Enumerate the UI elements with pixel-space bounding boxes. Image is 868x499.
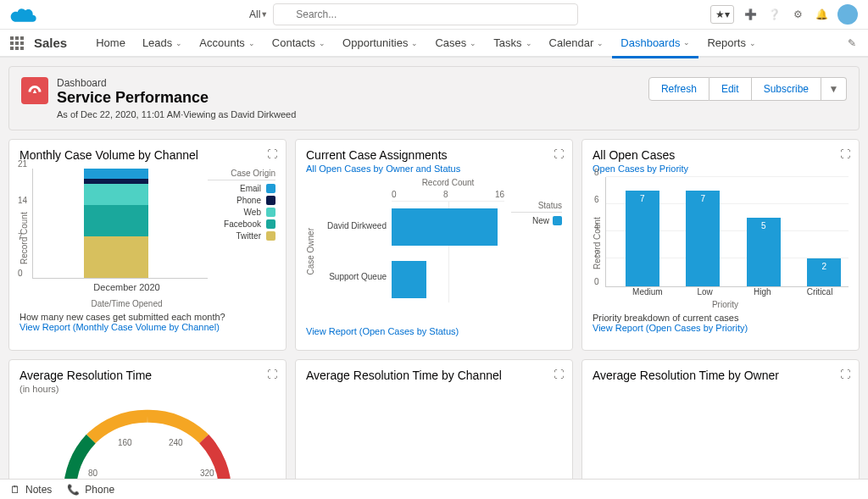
global-header: All ▼ 🔍 ★▾ ➕ ❔ ⚙ 🔔 bbox=[0, 0, 868, 29]
card-footer: Priority breakdown of current cases bbox=[593, 313, 849, 323]
more-actions-dropdown[interactable]: ▼ bbox=[821, 77, 847, 101]
card-subtitle: Open Cases by Priority bbox=[593, 164, 849, 174]
expand-icon[interactable]: ⛶ bbox=[840, 369, 850, 380]
nav-tasks[interactable]: Tasks⌄ bbox=[485, 29, 540, 58]
nav-dashboards[interactable]: Dashboards⌄ bbox=[612, 30, 698, 58]
edit-button[interactable]: Edit bbox=[709, 77, 752, 101]
card-title: All Open Cases bbox=[593, 148, 849, 162]
dashboard-gauge-icon bbox=[21, 77, 48, 104]
search-scope-label: All bbox=[249, 8, 260, 20]
chart-assignments: Case Owner David Dirkweed Support Queue … bbox=[306, 201, 562, 302]
legend: Status New bbox=[511, 201, 562, 302]
help-icon[interactable]: ❔ bbox=[766, 7, 782, 22]
chevron-down-icon: ⌄ bbox=[683, 38, 690, 47]
x-axis-label: Date/Time Opened bbox=[46, 299, 208, 308]
card-title: Average Resolution Time by Channel bbox=[306, 369, 562, 382]
nav-opportunities[interactable]: Opportunities⌄ bbox=[334, 29, 426, 58]
expand-icon[interactable]: ⛶ bbox=[840, 148, 850, 160]
context-bar: Sales Home Leads⌄ Accounts⌄ Contacts⌄ Op… bbox=[0, 29, 868, 58]
page-title: Service Performance bbox=[57, 89, 648, 108]
card-subtitle: All Open Cases by Owner and Status bbox=[306, 164, 562, 174]
chevron-down-icon: ⌄ bbox=[470, 39, 476, 47]
view-report-link[interactable]: View Report (Open Cases by Status) bbox=[306, 326, 562, 336]
card-monthly-case-volume: ⛶ Monthly Case Volume by Channel Record … bbox=[8, 139, 287, 351]
expand-icon[interactable]: ⛶ bbox=[554, 148, 564, 160]
setup-gear-icon[interactable]: ⚙ bbox=[790, 7, 805, 22]
add-icon[interactable]: ➕ bbox=[743, 7, 758, 22]
page-type: Dashboard bbox=[57, 77, 648, 89]
salesforce-logo-icon bbox=[10, 5, 37, 24]
notes-icon: 🗒 bbox=[10, 484, 20, 496]
edit-nav-pencil-icon[interactable]: ✎ bbox=[848, 37, 856, 49]
global-search: All ▼ 🔍 bbox=[249, 3, 578, 25]
chevron-down-icon: ⌄ bbox=[175, 39, 182, 47]
top-axis-label: Record Count bbox=[392, 178, 504, 187]
nav-contacts[interactable]: Contacts⌄ bbox=[264, 29, 334, 58]
notifications-bell-icon[interactable]: 🔔 bbox=[814, 7, 829, 22]
header-actions: ★▾ ➕ ❔ ⚙ 🔔 bbox=[710, 4, 858, 25]
chevron-down-icon: ⌄ bbox=[597, 39, 604, 47]
nav-calendar[interactable]: Calendar⌄ bbox=[541, 29, 613, 58]
card-footer: How many new cases get submitted each mo… bbox=[19, 312, 275, 322]
owner-label: David Dirkweed bbox=[319, 221, 387, 230]
x-category: December 2020 bbox=[46, 282, 208, 292]
app-launcher-icon[interactable] bbox=[10, 36, 24, 50]
nav-leads[interactable]: Leads⌄ bbox=[134, 29, 191, 58]
expand-icon[interactable]: ⛶ bbox=[267, 148, 277, 160]
chevron-down-icon: ⌄ bbox=[248, 39, 255, 47]
chevron-down-icon: ⌄ bbox=[411, 39, 418, 47]
search-input[interactable] bbox=[273, 3, 578, 25]
chevron-down-icon: ▼ bbox=[260, 10, 268, 19]
dashboard-grid: ⛶ Monthly Case Volume by Channel Record … bbox=[0, 139, 868, 499]
nav-home[interactable]: Home bbox=[87, 29, 134, 58]
chevron-down-icon: ⌄ bbox=[749, 39, 756, 47]
chevron-down-icon: ⌄ bbox=[319, 39, 326, 47]
page-subtitle: As of Dec 22, 2020, 11:01 AM·Viewing as … bbox=[57, 109, 648, 119]
user-avatar[interactable] bbox=[837, 4, 858, 25]
card-current-assignments: ⛶ Current Case Assignments All Open Case… bbox=[295, 139, 573, 351]
nav-cases[interactable]: Cases⌄ bbox=[426, 29, 485, 58]
page-actions: Refresh Edit Subscribe ▼ bbox=[648, 77, 847, 101]
notes-utility[interactable]: 🗒 Notes bbox=[10, 484, 52, 496]
refresh-button[interactable]: Refresh bbox=[648, 77, 709, 101]
y-axis-label: Case Owner bbox=[306, 228, 315, 275]
card-title: Average Resolution Time bbox=[19, 369, 275, 382]
legend: Case Origin Email Phone Web Facebook Twi… bbox=[208, 169, 275, 308]
card-open-cases: ⛶ All Open Cases Open Cases by Priority … bbox=[581, 139, 860, 351]
view-report-link[interactable]: View Report (Open Cases by Priority) bbox=[593, 323, 849, 333]
card-title: Average Resolution Time by Owner bbox=[593, 369, 849, 382]
chevron-down-icon: ⌄ bbox=[526, 39, 532, 47]
expand-icon[interactable]: ⛶ bbox=[267, 369, 277, 380]
chart-open-cases: Record Count 0 2 4 6 8 7 7 5 2 Medium Lo… bbox=[593, 177, 849, 309]
favorites-button[interactable]: ★▾ bbox=[710, 5, 734, 24]
expand-icon[interactable]: ⛶ bbox=[554, 369, 564, 380]
utility-bar: 🗒 Notes 📞 Phone bbox=[0, 479, 868, 499]
search-scope-dropdown[interactable]: All ▼ bbox=[249, 8, 268, 20]
app-name: Sales bbox=[34, 36, 67, 50]
owner-label: Support Queue bbox=[319, 272, 387, 281]
nav-reports[interactable]: Reports⌄ bbox=[698, 29, 765, 58]
nav-accounts[interactable]: Accounts⌄ bbox=[191, 29, 263, 58]
view-report-link[interactable]: View Report (Monthly Case Volume by Chan… bbox=[19, 322, 275, 332]
x-axis-label: Priority bbox=[602, 300, 849, 309]
subscribe-button[interactable]: Subscribe bbox=[752, 77, 821, 101]
phone-icon: 📞 bbox=[67, 484, 80, 496]
chart-monthly-volume: Record Count 0 7 14 21 December 2020 bbox=[19, 169, 275, 308]
phone-utility[interactable]: 📞 Phone bbox=[67, 484, 114, 496]
dashboard-header: Dashboard Service Performance As of Dec … bbox=[8, 66, 860, 130]
card-title: Monthly Case Volume by Channel bbox=[19, 148, 275, 162]
card-title: Current Case Assignments bbox=[306, 148, 562, 162]
card-subtitle: (in hours) bbox=[19, 384, 275, 394]
